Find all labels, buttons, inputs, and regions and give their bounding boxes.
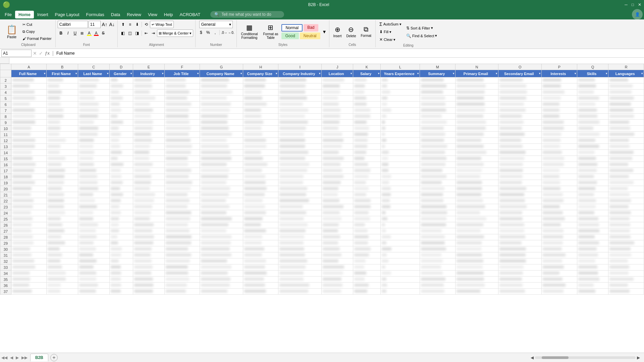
table-cell[interactable] xyxy=(542,234,577,240)
table-cell[interactable] xyxy=(353,102,380,108)
col-header-a[interactable]: Full Name▾ xyxy=(11,70,46,77)
table-cell[interactable] xyxy=(455,114,498,120)
table-cell[interactable] xyxy=(78,168,109,174)
table-cell[interactable] xyxy=(380,144,420,150)
table-cell[interactable] xyxy=(47,204,78,210)
row-num-16[interactable]: 16 xyxy=(0,162,11,168)
table-cell[interactable] xyxy=(498,234,542,240)
table-cell[interactable] xyxy=(608,156,644,162)
table-cell[interactable] xyxy=(608,89,644,96)
col-letter-l[interactable]: L xyxy=(380,64,420,70)
table-cell[interactable] xyxy=(243,216,278,222)
table-cell[interactable] xyxy=(608,210,644,216)
table-cell[interactable] xyxy=(11,186,46,192)
table-cell[interactable] xyxy=(353,168,380,174)
table-cell[interactable] xyxy=(420,77,455,83)
table-cell[interactable] xyxy=(133,222,164,228)
row-num-22[interactable]: 22 xyxy=(0,198,11,204)
table-cell[interactable] xyxy=(47,180,78,186)
filter-arrow-g[interactable]: ▾ xyxy=(240,72,242,75)
col-letter-b[interactable]: B xyxy=(47,64,78,70)
table-cell[interactable] xyxy=(322,222,353,228)
table-cell[interactable] xyxy=(380,126,420,132)
table-cell[interactable] xyxy=(243,132,278,138)
table-cell[interactable] xyxy=(278,162,322,168)
table-cell[interactable] xyxy=(455,156,498,162)
table-cell[interactable] xyxy=(164,138,200,144)
table-cell[interactable] xyxy=(133,277,164,283)
table-cell[interactable] xyxy=(11,89,46,96)
table-cell[interactable] xyxy=(164,210,200,216)
table-cell[interactable] xyxy=(577,264,608,270)
table-cell[interactable] xyxy=(420,138,455,144)
minimize-btn[interactable]: ─ xyxy=(625,2,628,7)
table-cell[interactable] xyxy=(420,180,455,186)
table-cell[interactable] xyxy=(200,102,243,108)
table-cell[interactable] xyxy=(243,180,278,186)
table-cell[interactable] xyxy=(498,120,542,126)
table-cell[interactable] xyxy=(608,228,644,234)
table-cell[interactable] xyxy=(455,228,498,234)
table-cell[interactable] xyxy=(133,120,164,126)
table-cell[interactable] xyxy=(353,120,380,126)
table-cell[interactable] xyxy=(47,138,78,144)
table-cell[interactable] xyxy=(164,77,200,83)
table-cell[interactable] xyxy=(542,228,577,234)
table-cell[interactable] xyxy=(11,246,46,252)
table-cell[interactable] xyxy=(380,83,420,89)
table-cell[interactable] xyxy=(133,150,164,156)
col-header-e[interactable]: Industry▾ xyxy=(133,70,164,77)
table-cell[interactable] xyxy=(109,210,133,216)
col-header-b[interactable]: First Name▾ xyxy=(47,70,78,77)
table-cell[interactable] xyxy=(164,168,200,174)
table-cell[interactable] xyxy=(78,138,109,144)
table-cell[interactable] xyxy=(542,246,577,252)
table-cell[interactable] xyxy=(353,83,380,89)
table-cell[interactable] xyxy=(322,277,353,283)
table-cell[interactable] xyxy=(498,204,542,210)
table-cell[interactable] xyxy=(164,126,200,132)
table-cell[interactable] xyxy=(455,234,498,240)
row-num-27[interactable]: 27 xyxy=(0,228,11,234)
table-cell[interactable] xyxy=(164,156,200,162)
col-header-n[interactable]: Primary Email▾ xyxy=(455,70,498,77)
col-header-g[interactable]: Company Name▾ xyxy=(200,70,243,77)
table-cell[interactable] xyxy=(200,180,243,186)
table-cell[interactable] xyxy=(200,96,243,102)
table-cell[interactable] xyxy=(133,252,164,258)
table-cell[interactable] xyxy=(380,180,420,186)
table-cell[interactable] xyxy=(577,102,608,108)
col-header-j[interactable]: Location▾ xyxy=(322,70,353,77)
table-cell[interactable] xyxy=(455,210,498,216)
insert-function-btn[interactable]: ƒx xyxy=(45,51,50,56)
table-cell[interactable] xyxy=(164,120,200,126)
table-cell[interactable] xyxy=(47,162,78,168)
border-button[interactable]: ⊞ xyxy=(79,30,86,37)
col-header-o[interactable]: Secondary Email▾ xyxy=(498,70,542,77)
table-cell[interactable] xyxy=(455,192,498,198)
filter-arrow-l[interactable]: ▾ xyxy=(417,72,419,75)
table-cell[interactable] xyxy=(498,283,542,289)
row-num-23[interactable]: 23 xyxy=(0,204,11,210)
table-cell[interactable] xyxy=(164,252,200,258)
menu-help[interactable]: Help xyxy=(161,11,176,18)
table-cell[interactable] xyxy=(608,132,644,138)
table-cell[interactable] xyxy=(608,216,644,222)
clear-button[interactable]: ✕ Clear ▾ xyxy=(378,36,403,43)
table-cell[interactable] xyxy=(577,144,608,150)
menu-acrobat[interactable]: ACROBAT xyxy=(176,11,204,18)
confirm-formula-btn[interactable]: ✓ xyxy=(39,51,43,56)
table-cell[interactable] xyxy=(78,150,109,156)
table-cell[interactable] xyxy=(498,126,542,132)
table-cell[interactable] xyxy=(455,222,498,228)
table-cell[interactable] xyxy=(200,277,243,283)
table-cell[interactable] xyxy=(498,168,542,174)
filter-arrow-b[interactable]: ▾ xyxy=(75,72,77,75)
table-cell[interactable] xyxy=(542,162,577,168)
table-cell[interactable] xyxy=(133,126,164,132)
table-cell[interactable] xyxy=(420,210,455,216)
table-cell[interactable] xyxy=(455,258,498,264)
table-cell[interactable] xyxy=(200,240,243,246)
table-cell[interactable] xyxy=(542,132,577,138)
table-cell[interactable] xyxy=(243,240,278,246)
